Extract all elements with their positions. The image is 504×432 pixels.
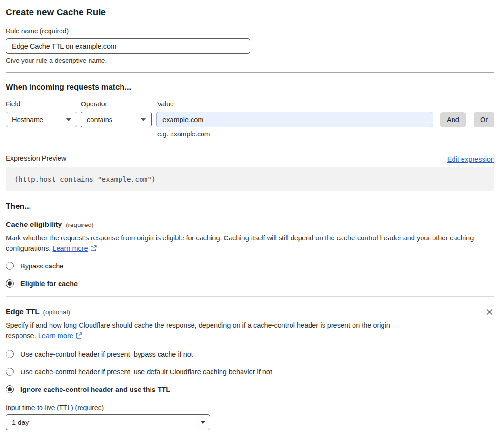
cache-eligibility-qualifier: (required) bbox=[66, 221, 94, 228]
external-link-icon bbox=[75, 332, 82, 342]
chevron-down-icon bbox=[141, 118, 146, 121]
expression-preview-label: Expression Preview bbox=[6, 154, 66, 163]
radio-label: Ignore cache-control header and use this… bbox=[20, 386, 170, 393]
match-heading: When incoming requests match... bbox=[6, 82, 494, 92]
radio-icon-selected[interactable] bbox=[6, 385, 14, 393]
operator-column-label: Operator bbox=[81, 100, 157, 108]
or-button[interactable]: Or bbox=[474, 112, 494, 127]
radio-option-ignore-header-use-ttl[interactable]: Ignore cache-control header and use this… bbox=[6, 385, 494, 393]
radio-icon-selected[interactable] bbox=[6, 279, 14, 288]
radio-icon[interactable] bbox=[6, 368, 14, 376]
edge-ttl-heading: Edge TTL bbox=[6, 308, 40, 316]
radio-option-bypass-cache[interactable]: Bypass cache bbox=[6, 262, 494, 270]
edit-expression-link[interactable]: Edit expression bbox=[447, 155, 494, 163]
page-title: Create new Cache Rule bbox=[6, 7, 494, 18]
radio-option-use-header-default[interactable]: Use cache-control header if present, use… bbox=[6, 368, 494, 376]
field-column-label: Field bbox=[6, 100, 81, 108]
radio-option-eligible-for-cache[interactable]: Eligible for cache bbox=[6, 279, 494, 288]
expression-code: (http.host contains "example.com") bbox=[14, 175, 156, 183]
rule-name-label: Rule name (required) bbox=[6, 27, 494, 35]
and-button[interactable]: And bbox=[440, 112, 466, 127]
close-edge-ttl-button[interactable] bbox=[484, 307, 494, 317]
rule-name-input[interactable]: Edge Cache TTL on example.com bbox=[6, 38, 250, 54]
ttl-label: Input time-to-live (TTL) (required) bbox=[6, 403, 494, 412]
chevron-down-icon bbox=[201, 421, 205, 424]
rule-name-value: Edge Cache TTL on example.com bbox=[12, 42, 116, 50]
expression-code-block: (http.host contains "example.com") bbox=[6, 167, 494, 191]
edge-ttl-qualifier: (optional) bbox=[43, 309, 70, 316]
operator-select-value: contains bbox=[87, 116, 112, 123]
value-input-value: example.com bbox=[162, 116, 203, 123]
value-help: e.g. example.com bbox=[157, 130, 494, 138]
radio-label: Use cache-control header if present, byp… bbox=[20, 350, 193, 358]
create-cache-rule-form: Create new Cache Rule Rule name (require… bbox=[0, 0, 504, 432]
field-select[interactable]: Hostname bbox=[6, 112, 77, 127]
edge-ttl-description: Specify if and how long Cloudflare shoul… bbox=[6, 320, 405, 342]
radio-label: Eligible for cache bbox=[20, 280, 78, 288]
cache-eligibility-heading: Cache eligibility bbox=[6, 220, 62, 228]
operator-select[interactable]: contains bbox=[81, 112, 152, 127]
ttl-combobox[interactable]: 1 day bbox=[6, 414, 210, 430]
ttl-dropdown-button[interactable] bbox=[196, 414, 210, 430]
value-input[interactable]: example.com bbox=[156, 112, 433, 127]
radio-label: Use cache-control header if present, use… bbox=[20, 368, 272, 376]
rule-name-help: Give your rule a descriptive name. bbox=[6, 56, 494, 65]
divider bbox=[6, 296, 494, 297]
field-select-value: Hostname bbox=[12, 116, 43, 123]
edge-ttl-learn-more-link[interactable]: Learn more bbox=[38, 332, 73, 339]
ttl-input[interactable]: 1 day bbox=[6, 414, 196, 430]
then-heading: Then... bbox=[6, 201, 494, 211]
divider bbox=[6, 72, 494, 73]
cache-eligibility-description: Mark whether the request’s response from… bbox=[6, 233, 494, 255]
radio-icon[interactable] bbox=[6, 262, 14, 270]
cache-eligibility-learn-more-link[interactable]: Learn more bbox=[52, 245, 88, 252]
value-column-label: Value bbox=[157, 100, 174, 108]
radio-label: Bypass cache bbox=[20, 262, 63, 270]
ttl-value: 1 day bbox=[12, 419, 29, 426]
external-link-icon bbox=[90, 245, 97, 255]
radio-icon[interactable] bbox=[6, 350, 14, 358]
chevron-down-icon bbox=[66, 118, 71, 121]
radio-option-use-header-bypass[interactable]: Use cache-control header if present, byp… bbox=[6, 350, 494, 358]
